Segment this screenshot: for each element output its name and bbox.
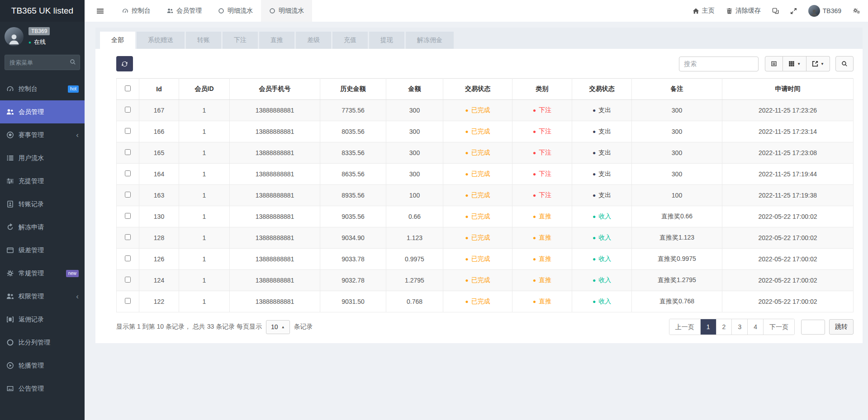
status-label: 已完成 [471, 276, 490, 283]
page-button-1[interactable]: 1 [700, 319, 716, 335]
page-button-3[interactable]: 3 [731, 319, 747, 335]
row-checkbox[interactable] [125, 298, 131, 304]
row-checkbox[interactable] [125, 192, 131, 198]
row-checkbox[interactable] [125, 255, 131, 261]
cell-category: ●下注 [512, 121, 572, 142]
sidebar-search-input[interactable] [5, 55, 80, 70]
sidebar-item-3[interactable]: 赛事管理 ‹ [0, 123, 85, 146]
sidebar-item-label: 用户流水 [19, 154, 44, 162]
filter-tab-3[interactable]: 转账 [186, 32, 221, 49]
status-dot-icon: ● [533, 128, 536, 135]
jump-button[interactable]: 跳转 [829, 319, 854, 335]
status-label: 已完成 [471, 212, 490, 220]
page-button-2[interactable]: 2 [716, 319, 732, 335]
columns-button[interactable]: ▼ [783, 56, 806, 71]
jump-page-input[interactable] [801, 320, 825, 335]
brand-title: TB365 UK listed [0, 0, 85, 22]
select-all-checkbox[interactable] [125, 85, 131, 91]
sidebar-item-14[interactable]: 公告管理 [0, 377, 85, 400]
status-dot-icon: ● [533, 150, 536, 156]
circle-icon [269, 8, 275, 14]
status-dot-icon: ● [533, 171, 536, 177]
cell-member-id: 1 [179, 100, 230, 121]
cell-amount: 300 [386, 121, 443, 142]
filter-tab-7[interactable]: 充值 [332, 32, 368, 49]
page-button-4[interactable]: 4 [747, 319, 763, 335]
sidebar-toggle-button[interactable] [85, 0, 114, 22]
filter-tab-8[interactable]: 提现 [369, 32, 404, 49]
column-header: 历史金额 [320, 79, 386, 100]
sliders-icon [6, 177, 14, 185]
filter-tab-1[interactable]: 全部 [100, 32, 135, 49]
cell-phone: 13888888881 [230, 142, 320, 164]
sidebar-item-10[interactable]: 权限管理 ‹ [0, 285, 85, 308]
navbar-tab-2[interactable]: 会员管理 [159, 0, 210, 22]
refresh-button[interactable] [116, 56, 133, 71]
filter-tab-9[interactable]: 解冻佣金 [406, 32, 454, 49]
sidebar-item-8[interactable]: 级差管理 [0, 239, 85, 262]
cell-amount: 1.2795 [386, 270, 443, 291]
cell-member-id: 1 [179, 121, 230, 142]
sidebar-item-6[interactable]: 转账记录 [0, 193, 85, 216]
row-checkbox[interactable] [125, 149, 131, 155]
row-checkbox[interactable] [125, 234, 131, 240]
top-navbar: 控制台 会员管理 明细流水 明细流水 主页 清除缓存 TB369 [85, 0, 868, 22]
row-checkbox[interactable] [125, 107, 131, 113]
column-header: Id [139, 79, 179, 100]
clear-cache-link[interactable]: 清除缓存 [726, 7, 761, 15]
cell-category: ●直推 [512, 270, 572, 291]
filter-tab-4[interactable]: 下注 [223, 32, 258, 49]
filter-tab-6[interactable]: 差级 [296, 32, 331, 49]
fullscreen-button[interactable] [790, 8, 797, 14]
cell-history-amount: 8935.56 [320, 185, 386, 206]
sidebar-item-9[interactable]: 常规管理 new [0, 262, 85, 285]
filter-tab-2[interactable]: 系统赠送 [137, 32, 185, 49]
navbar-tab-1[interactable]: 控制台 [114, 0, 159, 22]
user-menu[interactable]: TB369 [808, 5, 841, 17]
sidebar-item-12[interactable]: 比分列管理 [0, 331, 85, 354]
football-icon [6, 131, 14, 139]
user-status-label: 在线 [34, 38, 46, 45]
sidebar-item-11[interactable]: 返佣记录 [0, 308, 85, 331]
next-page-button[interactable]: 下一页 [763, 319, 794, 335]
table-search-input[interactable] [679, 57, 759, 71]
toggle-search-button[interactable] [835, 56, 854, 71]
row-checkbox[interactable] [125, 213, 131, 219]
cell-inout: ●收入 [572, 291, 632, 312]
cell-history-amount: 7735.56 [320, 100, 386, 121]
cell-time: 2022-11-25 17:19:38 [722, 185, 854, 206]
records-table-wrap: Id会员ID会员手机号历史金额金额交易状态类别交易状态备注申请时间 167 1 … [116, 78, 854, 312]
settings-button[interactable] [853, 8, 861, 14]
row-checkbox[interactable] [125, 128, 131, 134]
sidebar-item-4[interactable]: 用户流水 [0, 146, 85, 170]
page-size-dropdown[interactable]: 10 ▲ [266, 320, 290, 334]
sidebar-item-13[interactable]: 轮播管理 [0, 354, 85, 377]
navbar-tab-4[interactable]: 明细流水 [261, 0, 312, 22]
prev-page-button[interactable]: 上一页 [669, 319, 700, 335]
row-checkbox[interactable] [125, 277, 131, 283]
status-label: 支出 [598, 127, 611, 135]
records-table: Id会员ID会员手机号历史金额金额交易状态类别交易状态备注申请时间 167 1 … [116, 78, 854, 312]
sidebar-item-2[interactable]: 会员管理 [0, 100, 85, 123]
column-header: 会员ID [179, 79, 230, 100]
filter-tab-5[interactable]: 直推 [259, 32, 294, 49]
cell-inout: ●收入 [572, 206, 632, 227]
pagination: 上一页1234下一页 跳转 [669, 319, 854, 335]
sidebar-item-7[interactable]: 解冻申请 [0, 216, 85, 239]
home-link[interactable]: 主页 [693, 7, 715, 15]
user-panel: TB369 ●在线 [0, 22, 85, 51]
user-name-badge: TB369 [28, 27, 50, 35]
cell-inout: ●收入 [572, 227, 632, 249]
row-checkbox[interactable] [125, 170, 131, 176]
navbar-tab-3[interactable]: 明细流水 [210, 0, 261, 22]
language-button[interactable] [772, 8, 779, 14]
navbar-tab-label: 控制台 [132, 7, 151, 15]
cell-category: ●下注 [512, 142, 572, 164]
sidebar-item-1[interactable]: 控制台 hot [0, 77, 85, 100]
cell-time: 2022-11-25 17:23:14 [722, 121, 854, 142]
detail-view-button[interactable] [765, 56, 783, 71]
sidebar-item-5[interactable]: 充提管理 [0, 170, 85, 193]
row-select-cell [117, 185, 139, 206]
status-label: 直推 [539, 255, 551, 262]
export-button[interactable]: ▼ [806, 56, 830, 71]
